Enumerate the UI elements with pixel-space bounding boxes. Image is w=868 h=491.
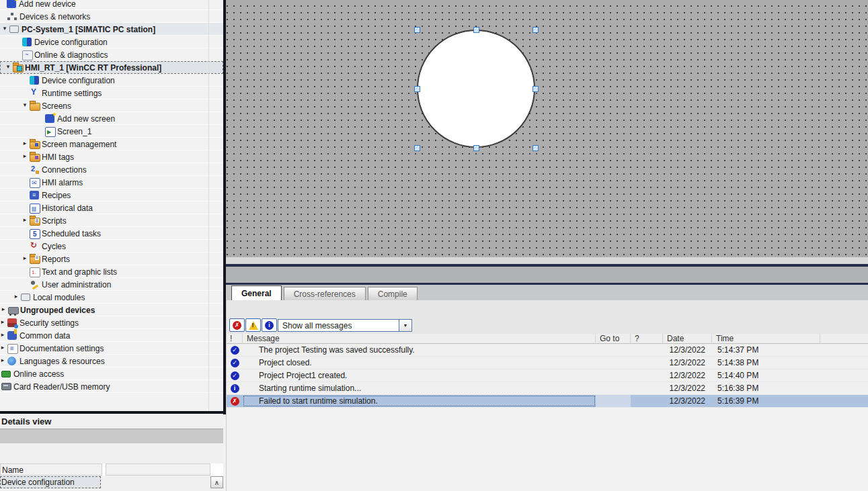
- tree-item-historical-data[interactable]: Historical data: [0, 202, 223, 214]
- panel-horizontal-border[interactable]: [0, 411, 226, 414]
- tree-item-runtime-settings[interactable]: Runtime settings: [0, 87, 223, 99]
- historical-data-icon: [30, 204, 40, 214]
- message-row-1[interactable]: ✓The project Testing was saved successfu…: [227, 344, 868, 357]
- tree-item-add-new-screen[interactable]: Add new screen: [0, 112, 223, 125]
- tree-item-scheduled-tasks[interactable]: Scheduled tasks: [0, 227, 223, 240]
- details-col-name[interactable]: Name: [0, 463, 102, 476]
- expand-arrow-icon[interactable]: ▸: [0, 306, 7, 312]
- device-config-icon: [30, 76, 39, 85]
- success-status-icon: ✓: [231, 371, 239, 380]
- col-date[interactable]: Date: [663, 334, 712, 344]
- goto-cell: [596, 395, 631, 407]
- collapse-arrow-icon[interactable]: ▾: [21, 101, 29, 108]
- tree-item-local-modules[interactable]: ▸Local modules: [0, 291, 223, 304]
- chevron-down-icon[interactable]: ▼: [399, 320, 411, 331]
- tree-item-screen-management[interactable]: ▸Screen management: [0, 138, 223, 150]
- resize-handle[interactable]: [473, 145, 479, 151]
- expand-arrow-icon[interactable]: ▸: [12, 293, 20, 300]
- collapse-arrow-icon[interactable]: ▾: [4, 63, 12, 70]
- col-time[interactable]: Time: [712, 334, 820, 344]
- message-row-4[interactable]: iStarting runtime simulation...12/3/2022…: [227, 382, 868, 395]
- devices-networks-icon: [7, 12, 17, 21]
- details-view-toolbar: [0, 429, 223, 443]
- tree-item-ungrouped-devices[interactable]: ▸Ungrouped devices: [0, 304, 223, 316]
- tree-item-screens[interactable]: ▾Screens: [0, 99, 223, 112]
- resize-handle[interactable]: [414, 145, 420, 151]
- question-cell: [631, 369, 663, 382]
- resize-handle[interactable]: [532, 27, 539, 33]
- tab-cross-references[interactable]: Cross-references: [284, 287, 366, 300]
- tree-item-user-administration[interactable]: User administration: [0, 278, 223, 291]
- resize-handle[interactable]: [414, 86, 420, 92]
- error-filter-button[interactable]: ✗: [229, 318, 245, 332]
- date-cell: 12/3/2022: [663, 369, 712, 382]
- tree-item-common-data[interactable]: ▸Common data: [0, 329, 223, 342]
- message-filter-dropdown[interactable]: Show all messages ▼: [278, 319, 412, 332]
- expand-arrow-icon[interactable]: ▸: [0, 331, 7, 338]
- message-text: Starting runtime simulation...: [243, 382, 596, 394]
- tree-item-security-settings[interactable]: ▸Security settings: [0, 316, 223, 329]
- expand-arrow-icon[interactable]: ▸: [21, 216, 29, 223]
- tree-item-card-reader-usb-memory[interactable]: Card Reader/USB memory: [0, 380, 223, 393]
- info-filter-button[interactable]: i: [262, 318, 277, 332]
- tab-compile-label: Compile: [378, 289, 407, 299]
- tree-item-devices-networks[interactable]: Devices & networks: [0, 10, 223, 23]
- message-row-2[interactable]: ✓Project closed.12/3/20225:14:38 PM: [227, 357, 868, 369]
- tree-item-online-diagnostics[interactable]: Online & diagnostics: [0, 48, 223, 61]
- resize-handle[interactable]: [414, 27, 420, 33]
- resize-handle[interactable]: [532, 86, 539, 92]
- tree-item-screen-1[interactable]: Screen_1: [0, 125, 223, 138]
- details-item-device-configuration[interactable]: Device configuration: [0, 476, 101, 488]
- add-new-screen-icon: [45, 114, 54, 123]
- tree-item-label: Screen management: [42, 140, 116, 149]
- expand-arrow-icon[interactable]: ▸: [0, 344, 7, 351]
- screen-editor-canvas[interactable]: [226, 0, 868, 257]
- error-filter-icon: ✗: [233, 321, 241, 330]
- cycles-icon: [30, 242, 39, 251]
- resize-handle[interactable]: [473, 27, 479, 33]
- tree-item-label: Online & diagnostics: [34, 50, 108, 60]
- expand-arrow-icon[interactable]: ▸: [0, 318, 7, 325]
- scroll-up-button[interactable]: ∧: [210, 476, 223, 488]
- tree-item-hmi-alarms[interactable]: HMI alarms: [0, 176, 223, 189]
- splitter-bar[interactable]: [226, 267, 868, 283]
- time-cell: 5:14:37 PM: [712, 344, 820, 356]
- tree-item-documentation-settings[interactable]: ▸Documentation settings: [0, 342, 223, 355]
- horizontal-scrollbar-track[interactable]: [226, 257, 868, 264]
- selected-circle-shape[interactable]: [417, 30, 535, 148]
- tree-item-cycles[interactable]: Cycles: [0, 240, 223, 253]
- expand-arrow-icon[interactable]: ▸: [0, 357, 7, 363]
- tree-item-pc-system-1-simatic-pc-station[interactable]: ▾PC-System_1 [SIMATIC PC station]: [0, 23, 223, 36]
- message-text: Project Project1 created.: [243, 369, 596, 382]
- tree-item-device-configuration[interactable]: Device configuration: [0, 36, 223, 48]
- tree-item-online-access[interactable]: Online access: [0, 367, 223, 380]
- message-row-3[interactable]: ✓Project Project1 created.12/3/20225:14:…: [227, 369, 868, 382]
- tree-item-text-and-graphic-lists[interactable]: Text and graphic lists: [0, 265, 223, 278]
- tab-general[interactable]: General: [231, 285, 282, 300]
- message-severity-cell: ✓: [227, 344, 243, 356]
- expand-arrow-icon[interactable]: ▸: [21, 140, 29, 146]
- tree-item-reports[interactable]: ▸Reports: [0, 253, 223, 265]
- tree-item-hmi-tags[interactable]: ▸HMI tags: [0, 150, 223, 163]
- col-severity[interactable]: !: [227, 334, 243, 344]
- message-table: ! Message Go to ? Date Time ✓The project…: [227, 334, 868, 408]
- message-text: Project closed.: [243, 357, 596, 369]
- tree-item-connections[interactable]: Connections: [0, 163, 223, 176]
- tree-item-add-new-device[interactable]: Add new device: [0, 0, 223, 10]
- tab-compile[interactable]: Compile: [368, 287, 418, 300]
- inspector-tab-bar: General Cross-references Compile: [227, 285, 868, 300]
- tree-item-scripts[interactable]: ▸Scripts: [0, 214, 223, 227]
- expand-arrow-icon[interactable]: ▸: [21, 255, 29, 261]
- col-goto[interactable]: Go to: [596, 334, 631, 344]
- tree-item-hmi-rt-1-wincc-rt-professional[interactable]: ▾HMI_RT_1 [WinCC RT Professional]: [0, 61, 223, 74]
- tree-item-languages-resources[interactable]: ▸Languages & resources: [0, 355, 223, 367]
- col-message[interactable]: Message: [243, 334, 596, 344]
- collapse-arrow-icon[interactable]: ▾: [1, 25, 9, 32]
- expand-arrow-icon[interactable]: ▸: [21, 152, 29, 159]
- message-row-5[interactable]: ✗Failed to start runtime simulation.12/3…: [227, 395, 868, 408]
- col-question[interactable]: ?: [631, 334, 663, 344]
- warning-filter-button[interactable]: [245, 318, 261, 332]
- resize-handle[interactable]: [532, 145, 539, 151]
- tree-item-recipes[interactable]: Recipes: [0, 189, 223, 202]
- tree-item-device-configuration[interactable]: Device configuration: [0, 74, 223, 87]
